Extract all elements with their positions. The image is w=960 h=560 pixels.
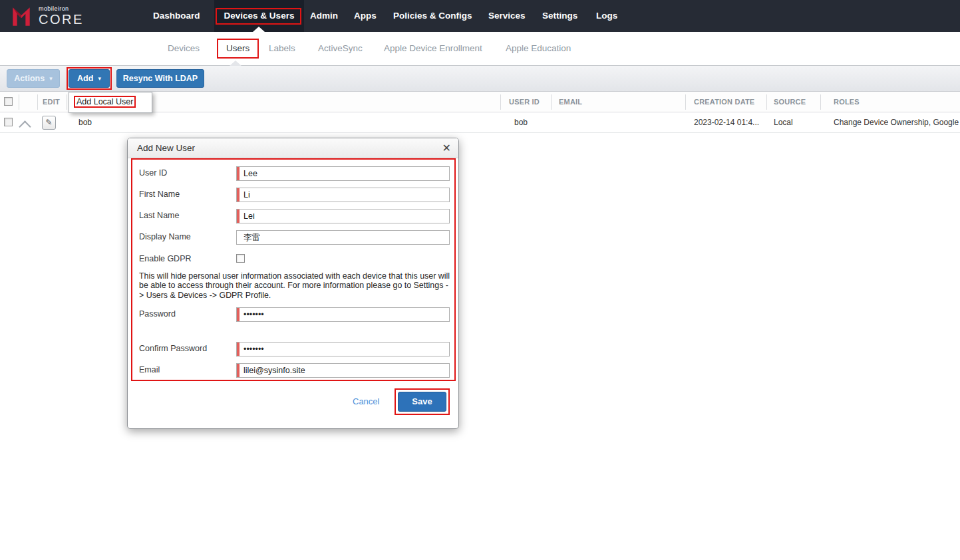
- modal-title-bar: Add New User ✕: [128, 138, 458, 158]
- select-all-checkbox[interactable]: [4, 97, 13, 106]
- column-divider: [766, 94, 767, 110]
- display-name-input[interactable]: [236, 230, 450, 245]
- user-id-field-wrap: [236, 166, 450, 181]
- cancel-button[interactable]: Cancel: [353, 396, 379, 406]
- tab-labels[interactable]: Labels: [269, 32, 295, 65]
- brand-logo[interactable]: mobileiron CORE: [9, 4, 84, 28]
- enable-gdpr-checkbox[interactable]: [236, 254, 245, 263]
- users-toolbar: Actions▾ Add▾ Resync With LDAP: [0, 66, 960, 92]
- add-dropdown-menu: Add Local User: [69, 92, 152, 113]
- first-name-label: First Name: [139, 190, 180, 199]
- mobileiron-m-icon: [9, 4, 33, 28]
- brand-name-large: CORE: [39, 12, 84, 27]
- confirm-password-field-wrap: [236, 342, 450, 356]
- modal-title: Add New User: [137, 138, 195, 158]
- user-id-label: User ID: [139, 168, 167, 178]
- caret-down-icon: ▾: [49, 75, 53, 82]
- nav-item-admin[interactable]: Admin: [310, 0, 338, 32]
- brand-name-small: mobileiron: [39, 5, 84, 12]
- gdpr-note-text: This will hide personal user information…: [139, 271, 452, 300]
- save-button[interactable]: Save: [398, 392, 446, 412]
- add-button[interactable]: Add▾: [69, 69, 110, 88]
- mobileiron-core-app: mobileiron CORE Dashboard Devices & User…: [0, 0, 960, 560]
- brand-text: mobileiron CORE: [39, 5, 84, 27]
- tab-devices[interactable]: Devices: [168, 32, 200, 65]
- email-input[interactable]: [236, 363, 450, 378]
- email-field-wrap: [236, 363, 450, 378]
- pencil-icon: ✎: [45, 118, 52, 127]
- nav-item-apps[interactable]: Apps: [354, 0, 377, 32]
- col-header-creation-date[interactable]: CREATION DATE: [694, 92, 754, 112]
- confirm-password-label: Confirm Password: [139, 344, 207, 353]
- cell-source: Local: [774, 112, 793, 133]
- nav-item-dashboard[interactable]: Dashboard: [153, 0, 200, 32]
- cell-name: bob: [79, 112, 92, 133]
- table-row[interactable]: ✎ bob bob 2023-02-14 01:4... Local Chang…: [0, 112, 960, 133]
- actions-button[interactable]: Actions▾: [7, 69, 60, 88]
- first-name-input[interactable]: [236, 188, 450, 202]
- edit-user-button[interactable]: ✎: [42, 116, 56, 130]
- collapse-row-icon[interactable]: [19, 120, 31, 132]
- tab-apple-device-enrollment[interactable]: Apple Device Enrollment: [384, 32, 482, 65]
- email-label: Email: [139, 365, 160, 374]
- column-divider: [67, 94, 67, 110]
- cell-creation-date: 2023-02-14 01:4...: [694, 112, 759, 133]
- column-divider: [551, 94, 552, 110]
- tab-users[interactable]: Users: [217, 39, 259, 59]
- caret-down-icon: ▾: [98, 75, 101, 82]
- nav-item-policies-configs[interactable]: Policies & Configs: [393, 0, 472, 32]
- column-divider: [500, 94, 501, 110]
- display-name-field-wrap: [236, 230, 450, 245]
- display-name-label: Display Name: [139, 232, 191, 241]
- col-header-user-id[interactable]: USER ID: [509, 92, 540, 112]
- last-name-field-wrap: [236, 209, 450, 223]
- nav-item-logs[interactable]: Logs: [596, 0, 617, 32]
- sub-nav-bar: Devices Users Labels ActiveSync Apple De…: [0, 32, 960, 66]
- menu-item-add-local-user[interactable]: Add Local User: [69, 94, 152, 110]
- password-label: Password: [139, 309, 176, 319]
- top-nav-bar: mobileiron CORE Dashboard Devices & User…: [0, 0, 960, 32]
- active-tab-pointer-icon: [230, 61, 241, 66]
- enable-gdpr-label: Enable GDPR: [139, 254, 192, 263]
- col-header-email[interactable]: EMAIL: [559, 92, 582, 112]
- tab-activesync[interactable]: ActiveSync: [318, 32, 363, 65]
- cell-user-id: bob: [514, 112, 528, 133]
- active-nav-pointer-icon: [253, 27, 265, 32]
- column-divider: [685, 94, 686, 110]
- tab-apple-education[interactable]: Apple Education: [506, 32, 571, 65]
- tab-users-label: Users: [226, 43, 249, 53]
- col-header-edit[interactable]: EDIT: [43, 92, 60, 112]
- resync-ldap-button[interactable]: Resync With LDAP: [116, 69, 204, 88]
- row-checkbox[interactable]: [4, 118, 13, 126]
- column-divider: [820, 94, 821, 110]
- close-icon[interactable]: ✕: [442, 142, 451, 155]
- first-name-field-wrap: [236, 188, 450, 202]
- confirm-password-input[interactable]: [236, 342, 450, 356]
- last-name-input[interactable]: [236, 209, 450, 223]
- last-name-label: Last Name: [139, 211, 179, 220]
- user-id-input[interactable]: [236, 166, 450, 181]
- password-input[interactable]: [236, 307, 450, 322]
- annotation-box-add-local-user: Add Local User: [74, 96, 136, 108]
- nav-item-settings[interactable]: Settings: [542, 0, 577, 32]
- nav-item-services[interactable]: Services: [488, 0, 526, 32]
- column-divider: [19, 94, 19, 110]
- column-divider: [37, 94, 38, 110]
- cell-roles: Change Device Ownership, Google: [834, 112, 960, 133]
- password-field-wrap: [236, 307, 450, 322]
- col-header-source[interactable]: SOURCE: [774, 92, 806, 112]
- col-header-roles[interactable]: ROLES: [834, 92, 860, 112]
- add-new-user-modal: Add New User ✕ User ID First Name Last N…: [127, 138, 459, 429]
